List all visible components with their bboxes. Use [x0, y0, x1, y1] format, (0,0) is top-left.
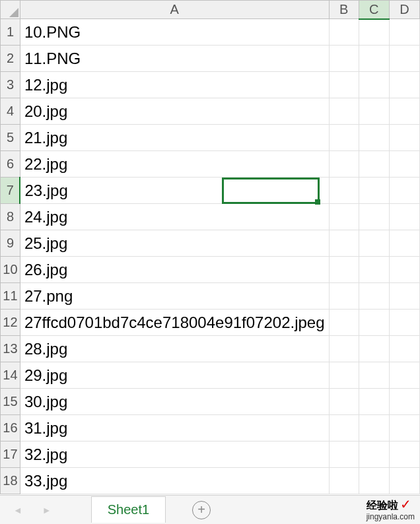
- cell[interactable]: 27ffcd0701bd7c4ce718004e91f07202.jpeg: [20, 310, 329, 336]
- cell[interactable]: [389, 204, 419, 230]
- cell[interactable]: [329, 415, 359, 442]
- cell[interactable]: [359, 468, 389, 494]
- cell[interactable]: [359, 415, 389, 442]
- cell[interactable]: [389, 125, 419, 151]
- row-header[interactable]: 8: [1, 204, 20, 230]
- cell[interactable]: [389, 19, 419, 46]
- cell[interactable]: [329, 283, 359, 310]
- cell[interactable]: [359, 19, 389, 46]
- cell[interactable]: [389, 283, 419, 310]
- row-header[interactable]: 6: [1, 151, 20, 178]
- row-header[interactable]: 16: [1, 415, 20, 442]
- cell[interactable]: 29.jpg: [20, 362, 329, 389]
- cell[interactable]: 22.jpg: [20, 151, 329, 178]
- cell[interactable]: [329, 389, 359, 415]
- cell[interactable]: [359, 310, 389, 336]
- cell[interactable]: [389, 468, 419, 494]
- cell[interactable]: [359, 283, 389, 310]
- row-header[interactable]: 17: [1, 442, 20, 468]
- row-header[interactable]: 14: [1, 362, 20, 389]
- cell[interactable]: [359, 125, 389, 151]
- cell[interactable]: 28.jpg: [20, 336, 329, 362]
- cell[interactable]: [389, 389, 419, 415]
- cell[interactable]: [389, 442, 419, 468]
- cell[interactable]: [329, 204, 359, 230]
- row-header[interactable]: 7: [1, 178, 20, 204]
- cell[interactable]: [359, 336, 389, 362]
- row-header[interactable]: 1: [1, 19, 20, 46]
- row-header[interactable]: 15: [1, 389, 20, 415]
- sheet-nav-prev-icon[interactable]: ◄: [13, 505, 22, 515]
- cell[interactable]: [329, 98, 359, 125]
- row-header[interactable]: 12: [1, 310, 20, 336]
- cell[interactable]: 11.PNG: [20, 46, 329, 72]
- cell[interactable]: [389, 257, 419, 283]
- cell[interactable]: [329, 257, 359, 283]
- row-header[interactable]: 18: [1, 468, 20, 494]
- cell[interactable]: 26.jpg: [20, 257, 329, 283]
- row-header[interactable]: 13: [1, 336, 20, 362]
- cell[interactable]: [359, 230, 389, 257]
- cell[interactable]: [359, 46, 389, 72]
- cell[interactable]: [329, 72, 359, 98]
- cell[interactable]: 30.jpg: [20, 389, 329, 415]
- cell[interactable]: [329, 19, 359, 46]
- cell[interactable]: [329, 310, 359, 336]
- cell[interactable]: 24.jpg: [20, 204, 329, 230]
- cell[interactable]: 21.jpg: [20, 125, 329, 151]
- cell[interactable]: [329, 46, 359, 72]
- cell[interactable]: [389, 310, 419, 336]
- cell[interactable]: [389, 72, 419, 98]
- cell[interactable]: [329, 151, 359, 178]
- cell[interactable]: [359, 257, 389, 283]
- cell[interactable]: 25.jpg: [20, 230, 329, 257]
- row-header[interactable]: 11: [1, 283, 20, 310]
- add-sheet-button[interactable]: +: [192, 501, 211, 519]
- cell[interactable]: [329, 125, 359, 151]
- cell[interactable]: [389, 178, 419, 204]
- cell[interactable]: 27.png: [20, 283, 329, 310]
- row-header[interactable]: 10: [1, 257, 20, 283]
- column-header-c[interactable]: C: [359, 1, 389, 19]
- cell[interactable]: [359, 389, 389, 415]
- row-header[interactable]: 5: [1, 125, 20, 151]
- select-all-corner[interactable]: [1, 1, 20, 19]
- cell[interactable]: 23.jpg: [20, 178, 329, 204]
- cell[interactable]: [359, 204, 389, 230]
- cell[interactable]: [329, 336, 359, 362]
- cell[interactable]: [359, 98, 389, 125]
- cell[interactable]: [389, 98, 419, 125]
- cell[interactable]: [359, 72, 389, 98]
- cell[interactable]: [389, 151, 419, 178]
- cell[interactable]: [359, 151, 389, 178]
- cell[interactable]: 31.jpg: [20, 415, 329, 442]
- cell[interactable]: [329, 442, 359, 468]
- column-header-d[interactable]: D: [389, 1, 419, 19]
- cell[interactable]: 33.jpg: [20, 468, 329, 494]
- row-header[interactable]: 9: [1, 230, 20, 257]
- cell[interactable]: [389, 46, 419, 72]
- cell[interactable]: [359, 362, 389, 389]
- cell[interactable]: [389, 362, 419, 389]
- row-header[interactable]: 4: [1, 98, 20, 125]
- cell[interactable]: [359, 178, 389, 204]
- sheet-nav-next-icon[interactable]: ►: [42, 505, 52, 515]
- cell[interactable]: 32.jpg: [20, 442, 329, 468]
- cell[interactable]: 20.jpg: [20, 98, 329, 125]
- spreadsheet-grid[interactable]: A B C D 110.PNG211.PNG312.jpg420.jpg521.…: [0, 0, 420, 494]
- column-header-b[interactable]: B: [329, 1, 359, 19]
- cell[interactable]: [359, 442, 389, 468]
- cell[interactable]: [329, 230, 359, 257]
- row-header[interactable]: 2: [1, 46, 20, 72]
- cell[interactable]: 10.PNG: [20, 19, 329, 46]
- column-header-a[interactable]: A: [20, 1, 329, 19]
- row-header[interactable]: 3: [1, 72, 20, 98]
- cell[interactable]: [329, 178, 359, 204]
- sheet-tab-active[interactable]: Sheet1: [91, 496, 166, 523]
- cell[interactable]: [329, 362, 359, 389]
- cell[interactable]: [389, 230, 419, 257]
- cell[interactable]: [389, 336, 419, 362]
- cell[interactable]: 12.jpg: [20, 72, 329, 98]
- cell[interactable]: [389, 415, 419, 442]
- cell[interactable]: [329, 468, 359, 494]
